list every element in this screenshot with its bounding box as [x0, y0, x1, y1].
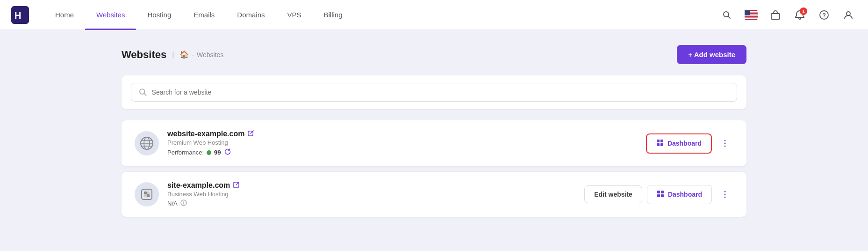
svg-rect-8: [745, 15, 758, 16]
nav-item-hosting[interactable]: Hosting: [136, 0, 182, 30]
svg-rect-32: [144, 192, 147, 194]
nav-item-websites[interactable]: Websites: [85, 0, 136, 30]
svg-rect-27: [660, 143, 663, 146]
edit-website-button-2[interactable]: Edit website: [584, 185, 642, 203]
dashboard-grid-icon-1: [656, 139, 664, 148]
site-type-1: Premium Web Hosting: [167, 139, 646, 146]
svg-rect-43: [661, 194, 664, 197]
site-info-1: website-example.com Premium Web Hosting …: [167, 130, 646, 157]
main-content: Websites | 🏠 - Websites + Add website: [0, 30, 868, 237]
external-link-icon-1[interactable]: [247, 130, 254, 138]
svg-text:?: ?: [823, 12, 826, 18]
svg-rect-12: [771, 14, 780, 19]
svg-rect-42: [657, 194, 660, 197]
nav-links: Home Websites Hosting Emails Domains VPS…: [44, 0, 718, 30]
website-card-2: site-example.com Business Web Hosting N/…: [122, 172, 746, 217]
help-button[interactable]: ?: [816, 7, 832, 23]
svg-line-3: [728, 16, 731, 18]
search-inner: [131, 83, 737, 102]
site-actions-1: Dashboard: [646, 133, 733, 154]
svg-rect-10: [745, 18, 758, 19]
breadcrumb-home-icon: 🏠: [179, 50, 189, 59]
svg-point-30: [725, 146, 726, 147]
more-button-2[interactable]: [717, 187, 733, 202]
svg-rect-26: [657, 143, 660, 146]
svg-rect-25: [660, 140, 663, 142]
performance-dot-1: [207, 150, 211, 155]
site-icon-1: [135, 131, 159, 155]
nav-item-emails[interactable]: Emails: [182, 0, 226, 30]
svg-point-45: [725, 194, 726, 195]
add-website-button[interactable]: + Add website: [677, 45, 746, 64]
search-input[interactable]: [152, 89, 729, 96]
site-type-2: Business Web Hosting: [167, 191, 584, 198]
nav-right: 1 ?: [718, 7, 857, 23]
svg-rect-33: [147, 194, 150, 197]
na-info-icon[interactable]: [180, 199, 187, 207]
dashboard-button-1[interactable]: Dashboard: [646, 133, 712, 154]
svg-point-39: [183, 201, 184, 202]
nav-item-vps[interactable]: VPS: [276, 0, 313, 30]
page-header-left: Websites | 🏠 - Websites: [122, 49, 223, 61]
navbar: H Home Websites Hosting Emails Domains V…: [0, 0, 868, 30]
svg-rect-34: [144, 194, 147, 197]
svg-rect-24: [657, 140, 660, 142]
svg-rect-41: [661, 191, 664, 193]
more-button-1[interactable]: [717, 136, 733, 151]
svg-point-29: [725, 143, 726, 144]
site-actions-2: Edit website Dashboard: [584, 185, 733, 204]
search-container: [122, 75, 746, 109]
nav-item-domains[interactable]: Domains: [226, 0, 276, 30]
breadcrumb: 🏠 - Websites: [179, 50, 223, 59]
site-performance-2: N/A: [167, 199, 584, 207]
page-title: Websites: [122, 49, 166, 61]
external-link-icon-2[interactable]: [233, 182, 239, 190]
language-selector[interactable]: [743, 7, 760, 23]
websites-list: website-example.com Premium Web Hosting …: [122, 120, 746, 222]
store-button[interactable]: [767, 7, 784, 23]
svg-point-15: [846, 12, 850, 15]
search-button[interactable]: [718, 7, 735, 23]
site-info-2: site-example.com Business Web Hosting N/…: [167, 181, 584, 207]
svg-point-44: [725, 191, 726, 192]
performance-score-1: 99: [214, 149, 221, 156]
breadcrumb-label: Websites: [197, 51, 223, 59]
breadcrumb-sep: -: [192, 51, 194, 59]
nav-item-home[interactable]: Home: [44, 0, 85, 30]
svg-rect-35: [147, 192, 150, 194]
svg-point-46: [725, 197, 726, 198]
site-performance-1: Performance: 99: [167, 148, 646, 157]
site-name-1: website-example.com: [167, 130, 646, 138]
svg-line-17: [144, 93, 146, 95]
notifications-button[interactable]: 1: [791, 7, 808, 23]
dashboard-button-2[interactable]: Dashboard: [647, 185, 712, 204]
svg-rect-11: [745, 10, 750, 15]
svg-rect-31: [142, 189, 152, 199]
site-icon-2: [135, 182, 159, 207]
svg-text:H: H: [14, 10, 21, 21]
dashboard-grid-icon-2: [657, 190, 664, 199]
website-card-1: website-example.com Premium Web Hosting …: [122, 120, 746, 166]
svg-rect-40: [657, 191, 660, 193]
svg-point-28: [725, 140, 726, 141]
svg-rect-9: [745, 16, 758, 17]
account-button[interactable]: [840, 7, 857, 23]
search-icon: [139, 88, 147, 96]
page-header: Websites | 🏠 - Websites + Add website: [122, 45, 746, 64]
breadcrumb-separator: |: [172, 51, 174, 59]
site-name-2: site-example.com: [167, 181, 584, 190]
notification-count: 1: [800, 7, 807, 15]
nav-item-billing[interactable]: Billing: [313, 0, 354, 30]
refresh-icon-1[interactable]: [224, 148, 231, 157]
logo[interactable]: H: [11, 6, 29, 24]
